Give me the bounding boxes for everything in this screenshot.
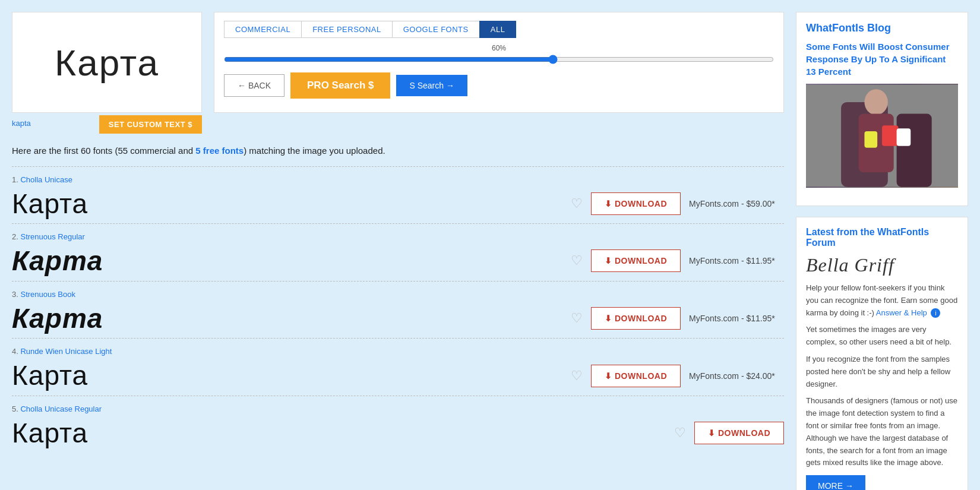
- blog-title: WhatFontIs Blog: [806, 22, 958, 34]
- font-name-2[interactable]: 2. Strenuous Regular: [12, 232, 784, 241]
- info-icon[interactable]: i: [931, 308, 940, 318]
- back-button[interactable]: ← BACK: [224, 74, 284, 97]
- tab-all[interactable]: ALL: [479, 21, 517, 38]
- font-sample-2: Карта: [12, 246, 562, 276]
- forum-text-4: Thousands of designers (famous or not) u…: [806, 395, 958, 469]
- tab-free-personal[interactable]: FREE PERSONAL: [301, 21, 392, 38]
- blog-image[interactable]: [806, 84, 958, 188]
- font-result-row-5: Карта ♡ ⬇ DOWNLOAD: [12, 418, 784, 448]
- results-text-after: ) matching the image you uploaded.: [244, 146, 385, 156]
- heart-button-5[interactable]: ♡: [674, 425, 686, 441]
- sidebar: WhatFontIs Blog Some Fonts Will Boost Co…: [796, 12, 968, 490]
- action-row: ← BACK PRO Search $ S Search →: [224, 72, 774, 99]
- forum-title: Latest from the WhatFontIs Forum: [806, 227, 958, 248]
- heart-button-1[interactable]: ♡: [571, 196, 583, 211]
- custom-text-button[interactable]: SET CUSTOM TEXT $: [99, 115, 202, 134]
- tab-commercial[interactable]: COMMERCIAL: [224, 21, 301, 38]
- font-name-5[interactable]: 5. Cholla Unicase Regular: [12, 404, 784, 413]
- pro-search-button[interactable]: PRO Search $: [290, 72, 390, 99]
- heart-button-3[interactable]: ♡: [571, 311, 583, 326]
- font-sample-4: Карта: [12, 361, 562, 391]
- blog-box: WhatFontIs Blog Some Fonts Will Boost Co…: [796, 12, 968, 206]
- font-preview-text: Карта: [55, 42, 159, 84]
- font-num-5: 5.: [12, 404, 18, 413]
- font-result-5: 5. Cholla Unicase Regular Карта ♡ ⬇ DOWN…: [12, 396, 784, 453]
- svg-point-3: [864, 89, 887, 115]
- font-sample-3: Карта: [12, 304, 562, 334]
- price-label-1: MyFonts.com - $59.00*: [689, 199, 784, 208]
- font-result-3: 3. Strenuous Book Карта ♡ ⬇ DOWNLOAD MyF…: [12, 281, 784, 339]
- similarity-slider[interactable]: [224, 55, 774, 64]
- forum-font-sample: Bella Griff: [806, 254, 958, 276]
- download-button-4[interactable]: ⬇ DOWNLOAD: [591, 365, 681, 387]
- tab-row: COMMERCIAL FREE PERSONAL GOOGLE FONTS AL…: [224, 21, 774, 38]
- forum-answer-link[interactable]: Answer & Help: [876, 308, 927, 317]
- forum-text-2: Yet sometimes the images are very comple…: [806, 324, 958, 349]
- font-result-row-3: Карта ♡ ⬇ DOWNLOAD MyFonts.com - $11.95*: [12, 304, 784, 334]
- slider-label: 60%: [224, 44, 774, 52]
- font-title-4: Runde Wien Unicase Light: [20, 347, 112, 356]
- forum-text-3: If you recognize the font from the sampl…: [806, 353, 958, 390]
- download-button-2[interactable]: ⬇ DOWNLOAD: [591, 249, 681, 272]
- results-summary: Here are the first 60 fonts (55 commerci…: [12, 144, 784, 158]
- forum-box: Latest from the WhatFontIs Forum Bella G…: [796, 217, 968, 490]
- font-title-2: Strenuous Regular: [20, 232, 84, 241]
- results-text-before: Here are the first 60 fonts (55 commerci…: [12, 146, 195, 156]
- price-label-4: MyFonts.com - $24.00*: [689, 371, 784, 381]
- svg-rect-5: [882, 125, 899, 146]
- price-label-2: MyFonts.com - $11.95*: [689, 256, 784, 265]
- svg-rect-7: [897, 128, 911, 146]
- font-name-4[interactable]: 4. Runde Wien Unicase Light: [12, 347, 784, 356]
- slider-container: 60%: [224, 44, 774, 64]
- download-button-1[interactable]: ⬇ DOWNLOAD: [591, 192, 681, 215]
- blog-article-title[interactable]: Some Fonts Will Boost Consumer Response …: [806, 40, 958, 78]
- font-result-2: 2. Strenuous Regular Карта ♡ ⬇ DOWNLOAD …: [12, 223, 784, 281]
- price-label-3: MyFonts.com - $11.95*: [689, 314, 784, 323]
- font-result-row-4: Карта ♡ ⬇ DOWNLOAD MyFonts.com - $24.00*: [12, 361, 784, 391]
- font-results-list: 1. Cholla Unicase Карта ♡ ⬇ DOWNLOAD MyF…: [12, 166, 784, 453]
- font-sample-1: Карта: [12, 189, 562, 219]
- font-result-1: 1. Cholla Unicase Карта ♡ ⬇ DOWNLOAD MyF…: [12, 166, 784, 224]
- font-result-row-2: Карта ♡ ⬇ DOWNLOAD MyFonts.com - $11.95*: [12, 246, 784, 276]
- font-title-1: Cholla Unicase: [20, 175, 72, 184]
- font-name-3[interactable]: 3. Strenuous Book: [12, 290, 784, 299]
- tab-google-fonts[interactable]: GOOGLE FONTS: [392, 21, 479, 38]
- font-num-3: 3.: [12, 290, 18, 299]
- font-sample-5: Карта: [12, 418, 666, 448]
- font-result-4: 4. Runde Wien Unicase Light Карта ♡ ⬇ DO…: [12, 338, 784, 396]
- more-button[interactable]: MORE →: [806, 475, 865, 490]
- svg-rect-2: [897, 114, 932, 187]
- font-name-link[interactable]: kapta: [12, 119, 31, 128]
- font-name-1[interactable]: 1. Cholla Unicase: [12, 175, 784, 184]
- svg-rect-6: [864, 131, 877, 148]
- font-num-4: 4.: [12, 347, 18, 356]
- font-num-1: 1.: [12, 175, 18, 184]
- download-button-3[interactable]: ⬇ DOWNLOAD: [591, 307, 681, 330]
- font-title-5: Cholla Unicase Regular: [20, 404, 102, 413]
- blog-image-svg: [806, 84, 958, 188]
- heart-button-4[interactable]: ♡: [571, 368, 583, 384]
- controls-panel: COMMERCIAL FREE PERSONAL GOOGLE FONTS AL…: [214, 12, 784, 113]
- download-button-5[interactable]: ⬇ DOWNLOAD: [694, 422, 784, 444]
- font-title-3: Strenuous Book: [20, 290, 75, 299]
- font-result-row-1: Карта ♡ ⬇ DOWNLOAD MyFonts.com - $59.00*: [12, 189, 784, 219]
- results-highlight: 5 free fonts: [195, 146, 244, 156]
- search-button[interactable]: S Search →: [396, 75, 467, 96]
- heart-button-2[interactable]: ♡: [571, 253, 583, 268]
- font-preview-box: Карта kapta SET CUSTOM TEXT $: [12, 12, 202, 134]
- font-num-2: 2.: [12, 232, 18, 241]
- forum-text-1: Help your fellow font-seekers if you thi…: [806, 282, 958, 319]
